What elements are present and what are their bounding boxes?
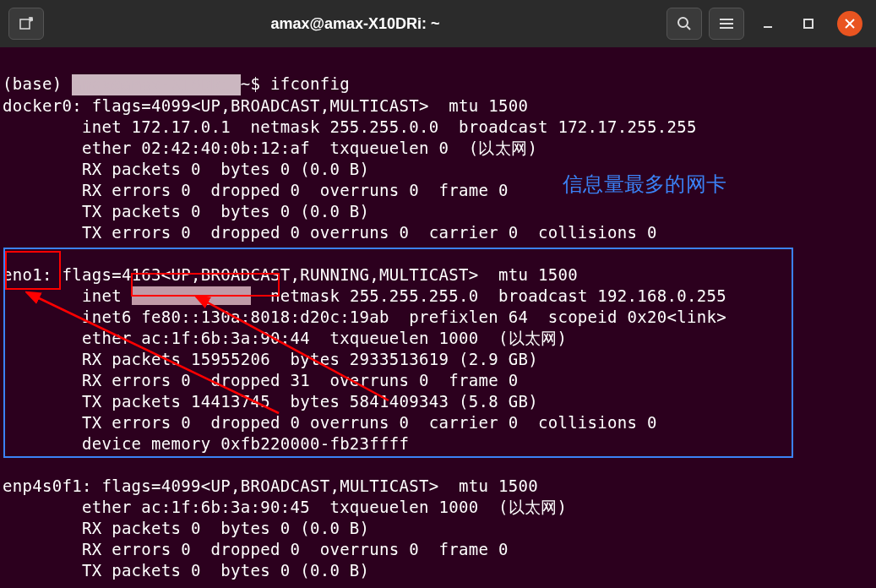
docker0-ether: ether 02:42:40:0b:12:af txqueuelen 0 (以太… — [82, 139, 537, 157]
eno1-txe: TX errors 0 dropped 0 overruns 0 carrier… — [82, 413, 657, 432]
prompt-path: ~ — [241, 74, 251, 93]
eno1-ether: ether ac:1f:6b:3a:90:44 txqueuelen 1000 … — [82, 329, 567, 347]
enp4s0f1-flags: flags=4099<UP,BROADCAST,MULTICAST> mtu 1… — [101, 476, 538, 495]
eno1-rxp: RX packets 15955206 bytes 2933513619 (2.… — [82, 350, 538, 368]
prompt-user-host-hidden: amax@amax-X10DRi: — [72, 74, 241, 95]
new-tab-button[interactable] — [8, 8, 44, 40]
search-icon — [677, 16, 692, 31]
eno1-txp: TX packets 14413745 bytes 5841409343 (5.… — [82, 392, 538, 411]
window-title: amax@amax-X10DRi: ~ — [49, 15, 661, 33]
prompt-env: (base) — [3, 74, 72, 93]
docker0-flags: flags=4099<UP,BROADCAST,MULTICAST> mtu 1… — [92, 96, 529, 115]
eno1-devmem: device memory 0xfb220000-fb23ffff — [82, 434, 409, 453]
eno1-rxe: RX errors 0 dropped 31 overruns 0 frame … — [82, 371, 519, 389]
eno1-flags: flags=4163<UP,BROADCAST,RUNNING,MULTICAS… — [62, 265, 577, 284]
docker0-inet: inet 172.17.0.1 netmask 255.255.0.0 broa… — [82, 117, 697, 136]
eno1-inet-hidden: xxx.xxx.x.xx — [132, 286, 251, 305]
search-button[interactable] — [667, 8, 702, 40]
docker0-txp: TX packets 0 bytes 0 (0.0 B) — [82, 202, 369, 220]
svg-rect-8 — [804, 19, 813, 28]
close-icon — [845, 19, 855, 29]
minimize-icon — [762, 18, 774, 30]
titlebar-right — [667, 8, 868, 40]
docker0-rxp: RX packets 0 bytes 0 (0.0 B) — [82, 160, 369, 178]
eno1-inet-pre: inet — [82, 286, 132, 305]
enp4s0f1-rxe: RX errors 0 dropped 0 overruns 0 frame 0 — [82, 540, 509, 558]
terminal-output[interactable]: (base) amax@amax-X10DRi:~$ ifconfig dock… — [0, 47, 876, 588]
menu-button[interactable] — [709, 8, 744, 40]
maximize-button[interactable] — [797, 12, 820, 35]
minimize-button[interactable] — [756, 12, 780, 35]
eno1-inet-post: netmask 255.255.255.0 broadcast 192.168.… — [251, 286, 726, 305]
enp4s0f1-txp: TX packets 0 bytes 0 (0.0 B) — [82, 561, 369, 580]
enp4s0f1-rxp: RX packets 0 bytes 0 (0.0 B) — [82, 519, 369, 537]
maximize-icon — [803, 18, 814, 30]
docker0-name: docker0: — [3, 96, 82, 115]
eno1-name: eno1: — [3, 265, 52, 284]
hamburger-icon — [719, 18, 734, 30]
svg-rect-0 — [20, 19, 30, 29]
close-button[interactable] — [837, 11, 862, 36]
enp4s0f1-name: enp4s0f1: — [3, 476, 92, 495]
titlebar-left — [8, 8, 44, 40]
prompt-command: ifconfig — [270, 74, 350, 93]
svg-line-3 — [687, 26, 690, 30]
titlebar: amax@amax-X10DRi: ~ — [0, 0, 876, 47]
annotation-label: 信息量最多的网卡 — [563, 173, 726, 194]
docker0-rxe: RX errors 0 dropped 0 overruns 0 frame 0 — [82, 181, 509, 199]
eno1-inet6: inet6 fe80::130a:8018:d20c:19ab prefixle… — [82, 308, 726, 326]
new-tab-icon — [18, 15, 35, 32]
svg-point-2 — [678, 18, 688, 27]
enp4s0f1-ether: ether ac:1f:6b:3a:90:45 txqueuelen 1000 … — [82, 498, 567, 516]
docker0-txe: TX errors 0 dropped 0 overruns 0 carrier… — [82, 223, 657, 242]
